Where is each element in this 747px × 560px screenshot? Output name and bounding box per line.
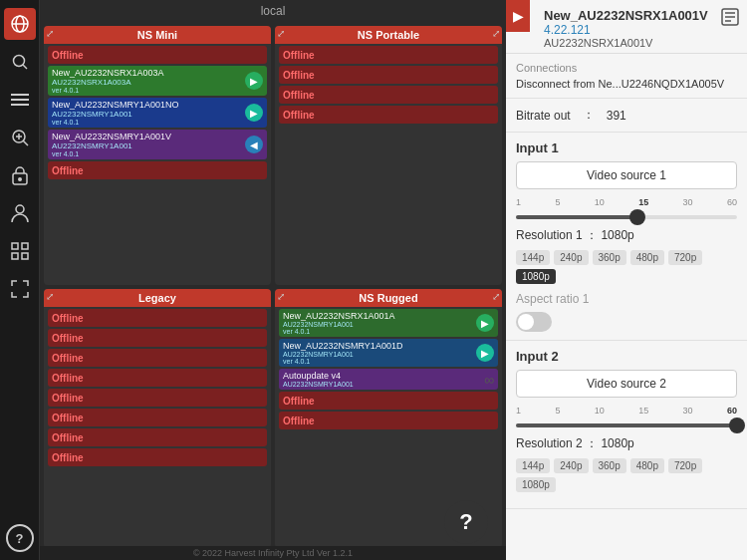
device-version: 4.22.121 [516, 23, 737, 37]
slider2-thumb[interactable] [729, 418, 745, 433]
panel-header-nsportable: NS Portable [275, 26, 502, 44]
list-item[interactable]: Autoupdate v4 AU2232NSMRY1A001 ∞ [279, 369, 498, 390]
svg-rect-15 [12, 243, 18, 249]
list-item[interactable]: New_AU2232NSMRY1A001NO AU2232NSMRY1A001 … [48, 98, 267, 128]
list-item[interactable]: Offline [48, 46, 267, 64]
list-item[interactable]: Offline [279, 46, 498, 64]
sidebar-icon-lock[interactable] [4, 159, 36, 191]
list-item[interactable]: Offline [48, 369, 267, 387]
svg-rect-18 [22, 253, 28, 259]
infinity-icon: ∞ [484, 372, 494, 388]
slider1-labels: 1 5 10 15 30 60 [516, 197, 737, 207]
aspect-ratio1-toggle[interactable] [516, 312, 552, 332]
bitrate-label: Bitrate out [516, 109, 571, 123]
edit-button[interactable] [721, 8, 739, 30]
list-item[interactable]: Offline [48, 309, 267, 327]
panel-expand-nsmini[interactable]: ⤢ [46, 28, 54, 39]
list-item[interactable]: Offline [48, 349, 267, 367]
connections-label: Connections [516, 62, 737, 74]
resolution2-label: Resolution 2 ： 1080p [516, 435, 737, 452]
input2-section: Input 2 Video source 2 1 5 10 15 30 60 R… [506, 341, 747, 509]
chip2-480p[interactable]: 480p [630, 458, 664, 473]
list-item[interactable]: Offline [48, 448, 267, 466]
panel-expand-nsrugged[interactable]: ⤢ [277, 291, 285, 302]
panel-expand-tr-nsrugged[interactable]: ⤢ [492, 291, 500, 302]
right-panel: ▶ New_AU2232NSRX1A001V 4.22.121 AU2232NS… [506, 0, 747, 560]
slider2-labels: 1 5 10 15 30 60 [516, 406, 737, 416]
copyright-bar: © 2022 Harvest Infinity Pty Ltd Ver 1.2.… [40, 546, 506, 560]
svg-point-3 [13, 56, 24, 67]
input1-section: Input 1 Video source 1 1 5 10 15 30 60 R… [506, 133, 747, 341]
slider1-thumb[interactable] [629, 209, 645, 225]
chip2-240p[interactable]: 240p [554, 458, 588, 473]
sidebar: ? [0, 0, 40, 560]
list-item[interactable]: Offline [279, 66, 498, 84]
sidebar-icon-list[interactable] [4, 84, 36, 116]
list-item[interactable]: Offline [48, 428, 267, 446]
sidebar-icon-help[interactable]: ? [6, 524, 34, 552]
list-item[interactable]: New_AU2232NSRX1A001A AU2232NSMRY1A001 ve… [279, 309, 498, 337]
connections-section: Connections Disconnect from Ne...U2246NQ… [506, 54, 747, 99]
svg-rect-17 [12, 253, 18, 259]
toggle-knob [518, 314, 534, 330]
arrow-right-blue[interactable]: ◀ [245, 136, 263, 153]
list-item[interactable]: Offline [279, 86, 498, 104]
chip-1080p[interactable]: 1080p [516, 269, 556, 284]
panel-ns-portable: ⤢ ⤢ NS Portable Offline Offline Offline … [275, 26, 502, 285]
chip2-720p[interactable]: 720p [668, 458, 702, 473]
list-item[interactable]: New_AU2232NSMRY1A001V AU2232NSMRY1A001 v… [48, 130, 267, 159]
chip-720p[interactable]: 720p [668, 250, 702, 265]
list-item[interactable]: Offline [48, 389, 267, 407]
list-item[interactable]: New_AU2232NSRX1A003A AU2232NSRX1A003A ve… [48, 66, 267, 96]
aspect-ratio1-label: Aspect ratio 1 [516, 292, 737, 306]
arrow-right-teal[interactable]: ▶ [245, 104, 263, 122]
expand-button[interactable]: ▶ [506, 0, 530, 32]
sidebar-icon-globe[interactable] [4, 8, 36, 40]
slider2-fill [516, 423, 737, 427]
chip2-1080p[interactable]: 1080p [516, 477, 556, 492]
chip-480p[interactable]: 480p [630, 250, 664, 265]
input1-label: Input 1 [516, 140, 737, 155]
panel-expand-nsportable[interactable]: ⤢ [277, 28, 285, 39]
arrow-right-green2[interactable]: ▶ [476, 314, 494, 332]
chip-240p[interactable]: 240p [554, 250, 588, 265]
panel-legacy: ⤢ Legacy Offline Offline Offline Offline… [44, 289, 271, 548]
resolution1-chips: 144p 240p 360p 480p 720p 1080p [516, 250, 737, 284]
video-source1-button[interactable]: Video source 1 [516, 161, 737, 189]
panel-expand-legacy[interactable]: ⤢ [46, 291, 54, 302]
arrow-right-green[interactable]: ▶ [245, 72, 263, 90]
sidebar-icon-expand[interactable] [4, 273, 36, 305]
video-source2-button[interactable]: Video source 2 [516, 370, 737, 398]
sidebar-icon-user[interactable] [4, 197, 36, 229]
chip-360p[interactable]: 360p [593, 250, 626, 265]
svg-point-13 [18, 177, 22, 181]
chip2-360p[interactable]: 360p [593, 458, 626, 473]
input2-label: Input 2 [516, 349, 737, 364]
bitrate-value: 391 [607, 109, 626, 123]
panel-header-nsrugged: NS Rugged [275, 289, 502, 307]
slider2-track[interactable] [516, 423, 737, 427]
list-item[interactable]: Offline [279, 106, 498, 124]
right-panel-header: ▶ New_AU2232NSRX1A001V 4.22.121 AU2232NS… [506, 0, 747, 54]
list-item[interactable]: Offline [279, 412, 498, 429]
help-button[interactable]: ? [444, 500, 488, 544]
list-item[interactable]: New_AU2232NSMRY1A001D AU2232NSMRY1A001 v… [279, 339, 498, 367]
list-item[interactable]: Offline [48, 409, 267, 426]
chip2-144p[interactable]: 144p [516, 458, 550, 473]
sidebar-icon-magnify[interactable] [4, 122, 36, 153]
slider1-track[interactable] [516, 215, 737, 219]
main-content: local ⤢ NS Mini Offline New_AU2232NSRX1A… [40, 0, 506, 560]
svg-point-14 [16, 205, 24, 213]
sidebar-icon-search[interactable] [4, 46, 36, 78]
chip-144p[interactable]: 144p [516, 250, 550, 265]
bitrate-section: Bitrate out ： 391 [506, 99, 747, 133]
panel-expand-tr-nsportable[interactable]: ⤢ [492, 28, 500, 39]
resolution2-chips: 144p 240p 360p 480p 720p 1080p [516, 458, 737, 492]
list-item[interactable]: Offline [279, 392, 498, 410]
sidebar-icon-grid[interactable] [4, 235, 36, 267]
list-item[interactable]: Offline [48, 161, 267, 179]
list-item[interactable]: Offline [48, 329, 267, 347]
disconnect-item[interactable]: Disconnect from Ne...U2246NQDX1A005V [516, 78, 737, 90]
app-title: local [261, 4, 286, 18]
arrow-right-teal2[interactable]: ▶ [476, 344, 494, 362]
